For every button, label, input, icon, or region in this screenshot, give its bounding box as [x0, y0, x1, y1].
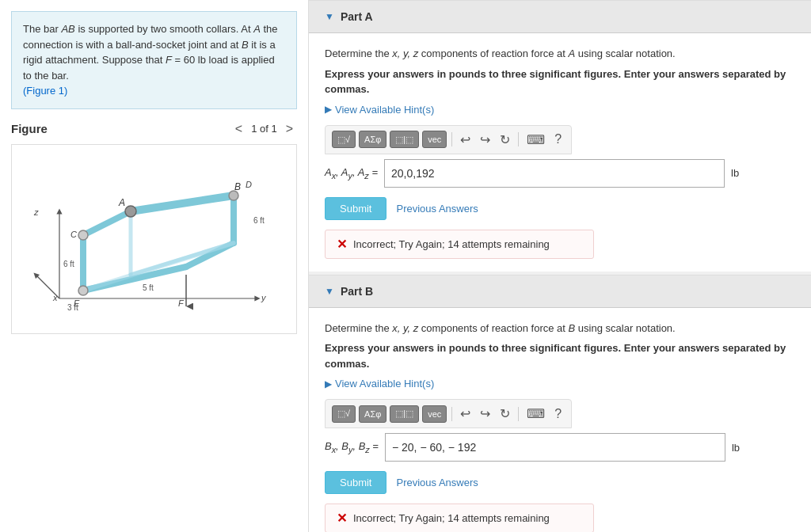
- svg-point-21: [78, 230, 88, 240]
- part-b-body: Determine the x, y, z components of reac…: [309, 308, 811, 533]
- part-b-toggle[interactable]: ▼: [325, 286, 334, 297]
- part-b-label: Bx, By, Bz =: [325, 440, 379, 454]
- part-b-submit-button[interactable]: Submit: [325, 471, 386, 494]
- toolbar-b-keyboard-btn[interactable]: ⌨: [524, 405, 548, 423]
- svg-text:6 ft: 6 ft: [253, 216, 265, 225]
- svg-text:C: C: [70, 230, 77, 239]
- part-a-status-text: Incorrect; Try Again; 14 attempts remain…: [353, 238, 550, 250]
- part-b-hint-link[interactable]: ▶ View Available Hint(s): [325, 378, 795, 390]
- toolbar-b-vec-btn[interactable]: vec: [422, 405, 447, 423]
- toolbar-b-greek-btn[interactable]: ΑΣφ: [359, 405, 386, 423]
- part-a-title: Part A: [341, 10, 373, 23]
- toolbar-redo-btn[interactable]: ↪: [477, 131, 493, 149]
- part-a-label: Ax, Ay, Az =: [325, 166, 378, 180]
- part-a-header: ▼ Part A: [309, 1, 811, 33]
- toolbar-vec-btn[interactable]: vec: [422, 131, 447, 148]
- part-b-instruction: Express your answers in pounds to three …: [325, 340, 795, 371]
- svg-text:B: B: [234, 181, 241, 192]
- toolbar-sep1: [451, 132, 452, 146]
- right-panel: ▼ Part A Determine the x, y, z component…: [309, 0, 811, 532]
- part-a-submit-button[interactable]: Submit: [325, 197, 386, 220]
- svg-point-16: [125, 206, 136, 217]
- toolbar-sep2: [518, 132, 519, 146]
- part-b-header: ▼ Part B: [309, 276, 811, 308]
- svg-text:z: z: [33, 207, 39, 217]
- toolbar-b-sep2: [518, 407, 519, 421]
- part-a-input[interactable]: [384, 159, 725, 188]
- part-b-action-row: Submit Previous Answers: [325, 471, 795, 494]
- part-a-previous-button[interactable]: Previous Answers: [396, 203, 478, 215]
- figure-title: Figure: [11, 122, 48, 135]
- svg-text:A: A: [118, 197, 125, 208]
- figure-diagram: z x y: [20, 152, 289, 326]
- part-a-status-box: ✕ Incorrect; Try Again; 14 attempts rema…: [325, 230, 594, 259]
- toolbar-b-refresh-btn[interactable]: ↻: [497, 405, 513, 423]
- part-b-section: ▼ Part B Determine the x, y, z component…: [309, 275, 811, 533]
- toolbar-refresh-btn[interactable]: ↻: [497, 131, 513, 149]
- hint-b-arrow-icon: ▶: [325, 378, 332, 390]
- part-a-hint-link[interactable]: ▶ View Available Hint(s): [325, 104, 795, 116]
- part-a-status-icon: ✕: [337, 237, 347, 252]
- toolbar-b-help-btn[interactable]: ?: [551, 405, 565, 423]
- figure-section: Figure < 1 of 1 > z x y: [0, 120, 308, 345]
- figure-prev-button[interactable]: <: [231, 120, 246, 138]
- svg-text:D: D: [246, 180, 252, 189]
- part-a-action-row: Submit Previous Answers: [325, 197, 795, 220]
- figure-nav: < 1 of 1 >: [231, 120, 297, 138]
- part-b-status-icon: ✕: [337, 511, 347, 526]
- figure-link[interactable]: (Figure 1): [23, 85, 67, 97]
- svg-text:6 ft: 6 ft: [63, 260, 74, 268]
- figure-next-button[interactable]: >: [282, 120, 297, 138]
- toolbar-help-btn[interactable]: ?: [551, 131, 565, 148]
- part-a-description: Determine the x, y, z components of reac…: [325, 46, 795, 62]
- part-b-title: Part B: [341, 285, 373, 298]
- toolbar-frac-btn[interactable]: ⬚√: [332, 131, 356, 148]
- problem-text: The bar AB is supported by two smooth co…: [23, 23, 278, 82]
- toolbar-greek-btn[interactable]: ΑΣφ: [359, 131, 386, 148]
- toolbar-undo-btn[interactable]: ↩: [457, 131, 474, 149]
- figure-count: 1 of 1: [251, 123, 277, 135]
- toolbar-b-frac-btn[interactable]: ⬚√: [332, 405, 356, 423]
- part-a-section: ▼ Part A Determine the x, y, z component…: [309, 0, 811, 272]
- left-panel: The bar AB is supported by two smooth co…: [0, 0, 309, 532]
- part-b-description: Determine the x, y, z components of reac…: [325, 321, 795, 336]
- part-a-toolbar: ⬚√ ΑΣφ ⬚|⬚ vec ↩ ↪ ↻ ⌨ ?: [325, 125, 572, 154]
- part-b-status-text: Incorrect; Try Again; 14 attempts remain…: [353, 512, 550, 524]
- problem-description: The bar AB is supported by two smooth co…: [11, 11, 297, 109]
- part-a-answer-row: Ax, Ay, Az = lb: [325, 159, 795, 188]
- part-b-toolbar: ⬚√ ΑΣφ ⬚|⬚ vec ↩ ↪ ↻ ⌨ ?: [325, 399, 572, 428]
- hint-arrow-icon: ▶: [325, 104, 332, 115]
- figure-header: Figure < 1 of 1 >: [11, 120, 297, 138]
- svg-text:5 ft: 5 ft: [143, 283, 154, 292]
- part-b-status-box: ✕ Incorrect; Try Again; 14 attempts rema…: [325, 504, 594, 532]
- part-a-toggle[interactable]: ▼: [325, 11, 334, 22]
- part-a-unit: lb: [731, 167, 739, 179]
- toolbar-pipe-btn[interactable]: ⬚|⬚: [390, 131, 419, 148]
- toolbar-b-redo-btn[interactable]: ↪: [477, 405, 493, 423]
- figure-image: z x y: [11, 144, 297, 334]
- toolbar-b-sep1: [451, 407, 452, 421]
- part-a-body: Determine the x, y, z components of reac…: [309, 33, 811, 272]
- toolbar-keyboard-btn[interactable]: ⌨: [524, 131, 548, 149]
- part-b-unit: lb: [732, 442, 740, 454]
- part-b-answer-row: Bx, By, Bz = lb: [325, 433, 795, 462]
- part-b-input[interactable]: [385, 433, 725, 462]
- toolbar-b-undo-btn[interactable]: ↩: [457, 405, 474, 423]
- svg-point-23: [78, 286, 88, 295]
- svg-text:3 ft: 3 ft: [67, 303, 78, 312]
- part-a-instruction: Express your answers in pounds to three …: [325, 66, 795, 97]
- part-b-previous-button[interactable]: Previous Answers: [396, 477, 478, 488]
- toolbar-b-pipe-btn[interactable]: ⬚|⬚: [390, 405, 419, 423]
- svg-rect-0: [20, 152, 289, 326]
